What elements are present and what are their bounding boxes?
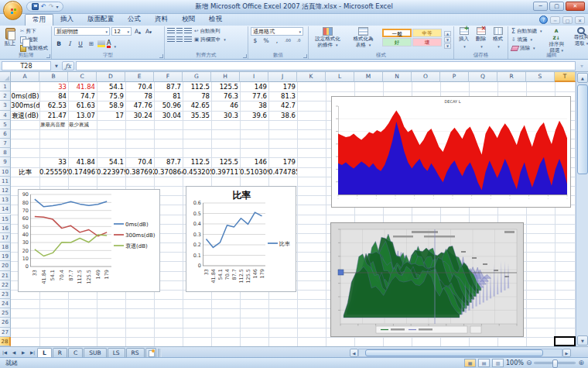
cell-J4[interactable]: 38.6 <box>268 111 297 120</box>
find-select-button[interactable]: 尋找與 選取 <box>570 27 588 53</box>
align-right-icon[interactable] <box>184 36 192 43</box>
cell-E4[interactable]: 30.24 <box>125 111 154 120</box>
cell-F9[interactable]: 87.7 <box>154 157 183 167</box>
sort-filter-button[interactable]: AZ↓ 排序與 篩選 <box>545 27 568 53</box>
cell-J1[interactable]: 179 <box>268 82 297 91</box>
column-header-L[interactable]: L <box>326 72 354 82</box>
cell-I3[interactable]: 38 <box>240 101 268 110</box>
cell-B9[interactable]: 33 <box>39 157 68 167</box>
align-center-icon[interactable] <box>176 36 183 43</box>
sheet-tab-L[interactable]: L <box>37 348 52 357</box>
row-header-26[interactable]: 26 <box>0 318 11 327</box>
cell-J9[interactable]: 179 <box>268 157 297 167</box>
cell-F3[interactable]: 50.96 <box>154 101 183 110</box>
cell-F4[interactable]: 30.04 <box>154 111 183 120</box>
cell-C4[interactable]: 13.07 <box>68 111 97 120</box>
cell-H10[interactable]: 0.397117 <box>211 167 240 177</box>
underline-button[interactable]: U <box>76 40 85 48</box>
cell-F10[interactable]: 0.370864 <box>154 167 183 177</box>
cell-D3[interactable]: 58.9 <box>97 101 125 110</box>
insert-cells-button[interactable]: 插入 <box>456 27 471 53</box>
row-header-24[interactable]: 24 <box>0 299 11 308</box>
sheet-tab-R[interactable]: R <box>53 348 67 357</box>
ribbon-tab-校閱[interactable]: 校閱 <box>175 14 202 26</box>
cut-button[interactable]: 剪下 <box>19 27 49 35</box>
minimize-button[interactable]: ─ <box>533 2 548 11</box>
name-box-arrow[interactable]: ▼ <box>53 61 60 71</box>
column-header-F[interactable]: F <box>154 72 183 82</box>
cell-G1[interactable]: 112.5 <box>183 82 211 91</box>
cell-E9[interactable]: 70.4 <box>125 157 154 167</box>
column-header-E[interactable]: E <box>125 72 154 82</box>
insert-worksheet-tab[interactable] <box>145 348 156 357</box>
column-header-P[interactable]: P <box>440 72 469 82</box>
sheet-tab-C[interactable]: C <box>68 348 83 357</box>
name-box[interactable]: T28 <box>2 61 51 71</box>
formula-bar-expand-button[interactable]: ▿ <box>577 61 586 71</box>
cell-H4[interactable]: 30.3 <box>211 111 240 120</box>
scroll-right-button[interactable]: ▶ <box>562 349 571 357</box>
column-header-K[interactable]: K <box>297 72 326 82</box>
cell-D9[interactable]: 54.1 <box>97 157 125 167</box>
row-header-25[interactable]: 25 <box>0 308 11 318</box>
select-all-corner[interactable] <box>0 72 11 82</box>
borders-button[interactable] <box>87 40 96 48</box>
cell-J3[interactable]: 42.7 <box>268 101 297 110</box>
row-header-3[interactable]: 3 <box>0 101 11 110</box>
row-header-1[interactable]: 1 <box>0 82 11 91</box>
number-dialog-launcher[interactable] <box>303 54 307 58</box>
horizontal-scroll-track[interactable] <box>358 349 562 357</box>
row-header-14[interactable]: 14 <box>0 205 11 214</box>
cell-G9[interactable]: 112.5 <box>183 157 211 167</box>
cell-G3[interactable]: 42.65 <box>183 101 211 110</box>
workbook-restore-button[interactable]: ▢ <box>562 16 573 24</box>
row-header-20[interactable]: 20 <box>0 261 11 270</box>
row-header-6[interactable]: 6 <box>0 129 11 139</box>
ribbon-tab-公式[interactable]: 公式 <box>121 14 148 26</box>
shrink-font-button[interactable]: A▼ <box>144 27 153 36</box>
comma-format-button[interactable]: , <box>272 36 282 45</box>
cell-I9[interactable]: 146 <box>240 157 268 167</box>
close-button[interactable]: ✕ <box>566 2 585 11</box>
workbook-minimize-button[interactable]: ─ <box>550 16 560 24</box>
bold-button[interactable]: B <box>54 40 63 48</box>
align-top-icon[interactable] <box>167 28 175 34</box>
cell-C10[interactable]: 0.174967 <box>68 167 97 177</box>
gallery-down-button[interactable]: ▼ <box>444 37 451 43</box>
column-header-N[interactable]: N <box>383 72 412 82</box>
zoom-level[interactable]: 100% <box>506 359 524 366</box>
row-header-16[interactable]: 16 <box>0 224 11 233</box>
cell-C3[interactable]: 61.63 <box>68 101 97 110</box>
cell-G10[interactable]: 0.453205 <box>183 167 211 177</box>
help-button[interactable]: ? <box>539 15 548 24</box>
clipboard-dialog-launcher[interactable] <box>46 54 50 58</box>
column-header-M[interactable]: M <box>354 72 383 82</box>
qat-menu-button[interactable] <box>56 3 58 11</box>
view-normal-button[interactable]: ▦ <box>464 359 476 367</box>
column-header-D[interactable]: D <box>97 72 125 82</box>
vertical-scroll-thumb[interactable] <box>577 84 588 174</box>
sheet-tab-SUB[interactable]: SUB <box>84 348 106 357</box>
cell-J2[interactable]: 81.3 <box>268 91 297 101</box>
cell-style-好[interactable]: 好 <box>382 38 412 46</box>
clear-button[interactable]: 清除 <box>511 44 543 52</box>
scroll-up-button[interactable]: ▲ <box>577 73 588 83</box>
line-chart-ratio[interactable]: 00.10.20.30.40.50.63341.8454.170.487.711… <box>186 186 296 292</box>
undo-button[interactable] <box>41 3 46 11</box>
grow-font-button[interactable]: A▲ <box>133 27 142 36</box>
zoom-slider[interactable] <box>534 362 576 364</box>
zoom-out-button[interactable]: ⊖ <box>526 359 532 367</box>
cell-B10[interactable]: 0.255595 <box>39 167 68 177</box>
row-header-4[interactable]: 4 <box>0 111 11 120</box>
ribbon-tab-檢視[interactable]: 檢視 <box>202 14 229 26</box>
next-sheet-button[interactable]: ▶ <box>19 349 28 357</box>
font-size-select[interactable]: 12 <box>111 27 132 36</box>
alignment-dialog-launcher[interactable] <box>243 54 247 58</box>
cell-B4[interactable]: 21.47 <box>39 111 68 120</box>
cell-H2[interactable]: 76.3 <box>211 91 240 101</box>
cell-I2[interactable]: 77.6 <box>240 91 268 101</box>
row-header-17[interactable]: 17 <box>0 233 11 242</box>
format-cells-button[interactable]: 格式 <box>491 27 505 53</box>
ribbon-tab-資料[interactable]: 資料 <box>148 14 175 26</box>
autosum-button[interactable]: 自動加總 <box>511 27 543 35</box>
